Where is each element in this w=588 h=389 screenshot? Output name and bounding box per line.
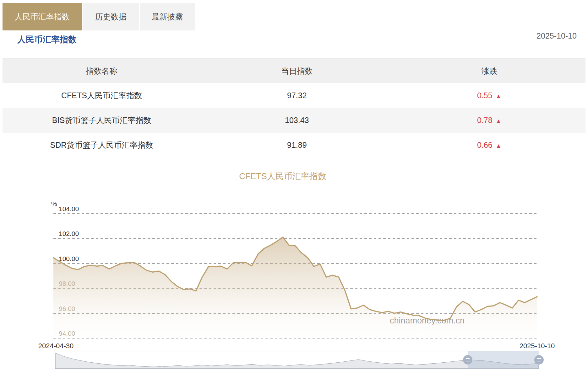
change-value: 0.78 [477,116,493,125]
daily-index-cell: 97.32 [201,91,393,100]
gridline [53,213,537,214]
gridline [53,313,537,314]
up-arrow-icon: ▲ [496,118,502,124]
watermark: chinamoney.com.cn [390,316,465,325]
table-row: CFETS人民币汇率指数97.320.55▲ [3,83,585,108]
area-fill [53,237,537,338]
y-axis-tick-label: 104.00 [59,205,79,213]
datazoom-right-handle[interactable] [534,355,544,365]
change-value: 0.66 [477,141,493,149]
gridline [53,263,537,264]
change-cell: 0.55▲ [393,91,585,100]
table-bottom-divider [3,158,585,158]
tab-rmb-exchange-rate-index[interactable]: 人民币汇率指数 [3,3,82,30]
page-title: 人民币汇率指数 [17,34,77,45]
tab-label: 历史数据 [95,12,127,22]
y-axis-tick-label: 96.00 [59,305,75,312]
table-header-row: 指数名称 当日指数 涨跌 [3,59,585,83]
table-row: BIS货币篮子人民币汇率指数103.430.78▲ [3,108,585,133]
grip-icon [466,358,470,361]
gridline [53,288,537,289]
daily-index-cell: 91.89 [201,141,393,150]
change-cell: 0.66▲ [393,141,585,150]
data-date: 2025-10-10 [536,31,577,40]
y-axis-tick-label: 100.00 [59,255,79,263]
y-axis-tick-label: 98.00 [59,280,75,287]
y-axis-tick-label: 94.00 [59,330,75,337]
y-axis-unit-label: % [51,200,57,208]
x-axis-start-label: 2024-04-30 [21,342,90,350]
x-axis-end-label: 2025-10-10 [503,342,572,350]
tab-latest-disclosure[interactable]: 最新披露 [140,3,195,30]
gridline [53,338,537,338]
y-axis-tick-label: 102.00 [59,230,79,237]
index-name-cell: CFETS人民币汇率指数 [3,90,201,101]
up-arrow-icon: ▲ [496,93,502,99]
gridline [53,238,537,239]
change-value: 0.55 [477,91,493,100]
daily-index-cell: 103.43 [201,116,393,125]
tab-label: 人民币汇率指数 [15,12,70,22]
index-table: 指数名称 当日指数 涨跌 CFETS人民币汇率指数97.320.55▲BIS货币… [3,58,585,157]
table-row: SDR货币篮子人民币汇率指数91.890.66▲ [3,133,585,157]
datazoom-selected-window[interactable] [468,351,539,369]
column-header-index-name: 指数名称 [3,66,201,76]
area-line [53,237,537,321]
tab-historical-data[interactable]: 历史数据 [83,3,139,30]
change-cell: 0.78▲ [393,116,585,125]
index-name-cell: SDR货币篮子人民币汇率指数 [3,140,201,150]
chart-title: CFETS人民币汇率指数 [63,171,503,182]
column-header-change: 涨跌 [393,66,585,76]
up-arrow-icon: ▲ [496,142,502,149]
tab-label: 最新披露 [152,12,183,22]
grip-icon [537,358,541,361]
index-name-cell: BIS货币篮子人民币汇率指数 [3,115,201,125]
column-header-daily-index: 当日指数 [201,66,393,76]
